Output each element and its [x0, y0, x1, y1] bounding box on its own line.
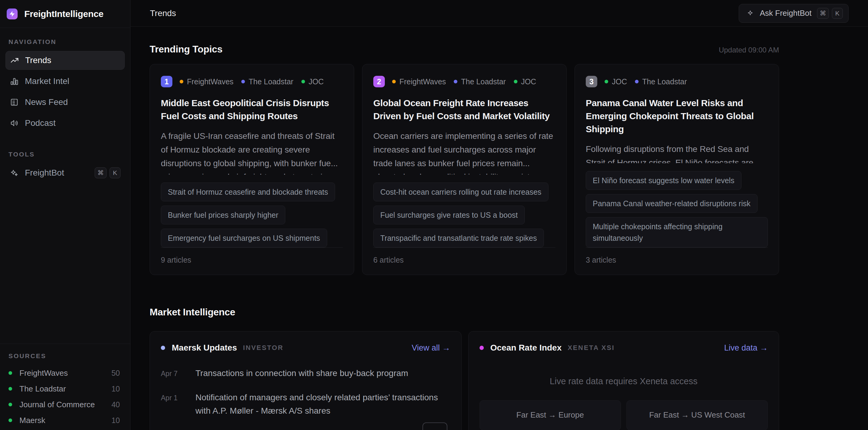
cmd-key-badge: ⌘: [817, 8, 829, 19]
xeneta-xsi-tag: XENETA XSI: [567, 344, 615, 352]
xeneta-dot: [479, 346, 484, 350]
trend-title: Global Ocean Freight Rate Increases Driv…: [373, 96, 555, 123]
news-date: Apr 1: [161, 394, 188, 402]
sidebar-item-trends[interactable]: Trends: [5, 51, 125, 70]
panel-title: Ocean Rate Index: [491, 343, 562, 353]
live-data-link[interactable]: Live data →: [724, 343, 768, 353]
sparkle-icon: [746, 9, 754, 17]
updated-timestamp: Updated 09:00 AM: [719, 46, 779, 54]
sparkles-icon: [10, 168, 19, 177]
source-name: FreightWaves: [20, 368, 68, 378]
card-header: 2 FreightWaves The Loadstar JOC: [373, 76, 555, 87]
main-area: Trends Ask FreightBot ⌘ K Trending Topic…: [130, 0, 868, 430]
topbar: Trends Ask FreightBot ⌘ K: [130, 0, 868, 27]
view-all-link[interactable]: View all →: [411, 343, 450, 353]
source-dot: [180, 80, 183, 84]
sidebar-item-label: Market Intel: [25, 76, 69, 86]
sidebar-item-label: Trends: [25, 56, 51, 65]
trend-title: Panama Canal Water Level Risks and Emerg…: [586, 96, 768, 136]
sidebar-item-freightbot[interactable]: FreightBot ⌘ K: [5, 163, 125, 182]
source-dot: [241, 80, 245, 84]
trend-tag: Bunker fuel prices sharply higher: [161, 206, 285, 224]
news-row[interactable]: Apr 7 Transactions in connection with sh…: [161, 367, 451, 380]
news-row[interactable]: Apr 1 Notification of managers and close…: [161, 391, 451, 418]
panel-header: Ocean Rate Index XENETA XSI Live data →: [479, 343, 768, 353]
trend-card-1[interactable]: 1 FreightWaves The Loadstar JOC Middle E…: [150, 64, 354, 275]
source-chip-label: The Loadstar: [642, 77, 687, 86]
sidebar-item-news-feed[interactable]: News Feed: [5, 93, 125, 111]
maersk-updates-panel: Maersk Updates INVESTOR View all → Apr 7…: [150, 331, 462, 430]
route-far-east-europe[interactable]: Far East → Europe: [479, 400, 621, 430]
rank-badge: 2: [373, 76, 385, 87]
trend-card-2[interactable]: 2 FreightWaves The Loadstar JOC Global O…: [362, 64, 567, 275]
card-header: 1 FreightWaves The Loadstar JOC: [161, 76, 343, 87]
ask-freightbot-label: Ask FreightBot: [760, 8, 811, 18]
rank-badge: 1: [161, 76, 173, 87]
tools-list: FreightBot ⌘ K: [0, 163, 130, 182]
source-chip: FreightWaves: [180, 77, 234, 86]
maersk-news-list: Apr 7 Transactions in connection with sh…: [161, 367, 451, 418]
panel-header: Maersk Updates INVESTOR View all →: [161, 343, 451, 353]
article-count: 6 articles: [373, 256, 404, 264]
source-count: 10: [112, 416, 120, 425]
trend-summary: Ocean carriers are implementing a series…: [373, 129, 555, 175]
card-header: 3 JOC The Loadstar: [586, 76, 768, 87]
trend-tags: Strait of Hormuz ceasefire and blockade …: [161, 183, 343, 247]
source-chip-label: FreightWaves: [187, 77, 234, 86]
news-text: Notification of managers and closely rel…: [195, 391, 451, 418]
source-status-dot: [8, 387, 12, 391]
source-status-dot: [8, 403, 12, 406]
trending-heading: Trending Topics: [150, 44, 222, 55]
trend-tag: Cost-hit ocean carriers rolling out rate…: [373, 183, 549, 201]
rank-badge: 3: [586, 76, 597, 87]
market-intelligence-heading: Market Intelligence: [150, 306, 779, 318]
route-buttons: Far East → Europe Far East → US West Coa…: [479, 400, 768, 430]
source-chip-label: JOC: [521, 77, 536, 86]
trending-cards: 1 FreightWaves The Loadstar JOC Middle E…: [150, 64, 779, 275]
source-chip-label: The Loadstar: [461, 77, 506, 86]
card-footer: 6 articles: [373, 247, 555, 264]
source-dot: [392, 80, 396, 84]
route-far-east-uswc[interactable]: Far East → US West Coast: [626, 400, 768, 430]
ask-shortcut: ⌘ K: [817, 8, 843, 19]
sidebar-item-label: News Feed: [25, 97, 68, 107]
source-dot: [301, 80, 305, 84]
sidebar: FreightIntelligence NAVIGATION Trends Ma…: [0, 0, 130, 430]
source-dot: [454, 80, 457, 84]
source-chip: JOC: [604, 77, 627, 86]
source-chips: FreightWaves The Loadstar JOC: [180, 77, 324, 86]
trend-card-3[interactable]: 3 JOC The Loadstar Panama Canal Water Le…: [575, 64, 779, 275]
source-chips: FreightWaves The Loadstar JOC: [392, 77, 536, 86]
article-count: 9 articles: [161, 256, 191, 264]
source-name: The Loadstar: [20, 384, 66, 394]
nav-section-label: NAVIGATION: [0, 38, 130, 45]
tools-section-label: TOOLS: [0, 151, 130, 158]
source-chip-label: JOC: [612, 77, 627, 86]
xeneta-access-notice: Live rate data requires Xeneta access: [479, 376, 768, 386]
ask-freightbot-button[interactable]: Ask FreightBot ⌘ K: [739, 4, 848, 23]
trend-tag: Fuel surcharges give rates to US a boost: [373, 206, 525, 224]
source-chips: JOC The Loadstar: [604, 77, 687, 86]
trend-tag: Emergency fuel surcharges on US shipment…: [161, 229, 327, 247]
zap-icon: [7, 8, 18, 20]
source-status-dot: [8, 419, 12, 422]
sources-section-label: SOURCES: [0, 352, 130, 360]
app-root: FreightIntelligence NAVIGATION Trends Ma…: [0, 0, 868, 430]
ocean-rate-index-panel: Ocean Rate Index XENETA XSI Live data → …: [468, 331, 779, 430]
sidebar-item-label: Podcast: [25, 118, 56, 128]
sidebar-item-podcast[interactable]: Podcast: [5, 114, 125, 133]
source-chip: FreightWaves: [392, 77, 446, 86]
freightbot-shortcut: ⌘ K: [95, 167, 121, 178]
trend-title: Middle East Geopolitical Crisis Disrupts…: [161, 96, 343, 123]
nav-list: Trends Market Intel News Feed Podcast: [0, 51, 130, 133]
source-row-freightwaves[interactable]: FreightWaves 50: [0, 365, 130, 381]
source-row-maersk[interactable]: Maersk 10: [0, 412, 130, 428]
source-dot: [604, 80, 608, 84]
trend-tags: Cost-hit ocean carriers rolling out rate…: [373, 183, 555, 247]
trend-tags: El Niño forecast suggests low water leve…: [586, 171, 768, 247]
sidebar-item-market-intel[interactable]: Market Intel: [5, 72, 125, 91]
source-row-loadstar[interactable]: The Loadstar 10: [0, 381, 130, 397]
source-dot: [514, 80, 518, 84]
page-title: Trends: [150, 8, 176, 18]
source-row-joc[interactable]: Journal of Commerce 40: [0, 397, 130, 412]
